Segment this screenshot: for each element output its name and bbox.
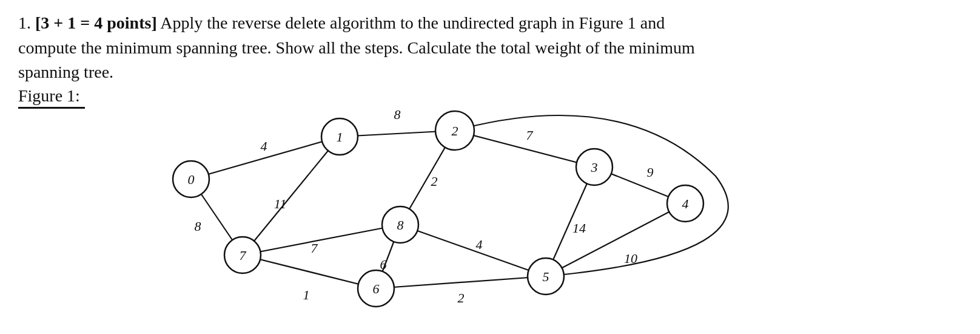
weight-0-7: 8 <box>195 219 201 234</box>
edge-2-3 <box>455 131 594 167</box>
node-0-label: 0 <box>188 172 195 187</box>
weight-6-7: 1 <box>303 287 310 302</box>
node-2-label: 2 <box>452 123 458 138</box>
edge-6-7 <box>243 255 376 288</box>
weight-1-7: 11 <box>274 196 286 211</box>
edge-5-6 <box>376 276 546 288</box>
weight-0-1: 4 <box>261 138 267 154</box>
edge-7-8 <box>243 225 400 255</box>
weight-3-5: 14 <box>572 220 586 236</box>
node-8-label: 8 <box>397 217 404 233</box>
weight-2-3: 7 <box>526 128 534 143</box>
weight-3-4: 9 <box>647 165 654 180</box>
node-5-label: 5 <box>543 269 549 284</box>
weight-8-6: 6 <box>380 257 387 272</box>
weight-5-6: 2 <box>458 290 465 305</box>
node-3-label: 3 <box>591 160 598 175</box>
problem-description: Apply the reverse delete algorithm to th… <box>160 13 665 32</box>
problem-points: [3 + 1 = 4 points] <box>35 13 157 32</box>
problem-number: 1. <box>18 13 31 32</box>
node-6-label: 6 <box>373 281 380 296</box>
edge-4-5 <box>546 203 685 276</box>
problem-text: 1. [3 + 1 = 4 points] Apply the reverse … <box>18 11 962 85</box>
node-4-label: 4 <box>682 196 689 211</box>
problem-description-3: spanning tree. <box>18 63 113 81</box>
edge-8-5 <box>400 225 546 276</box>
underline-bar <box>18 107 85 109</box>
node-7-label: 7 <box>240 248 247 263</box>
weight-8-5: 4 <box>476 237 483 252</box>
problem-description-2: compute the minimum spanning tree. Show … <box>18 38 695 57</box>
weight-2-8: 2 <box>431 174 438 189</box>
node-1-label: 1 <box>337 129 343 145</box>
weight-7-8: 7 <box>311 240 318 256</box>
weight-1-2: 8 <box>394 107 401 122</box>
edge-1-7 <box>243 137 340 255</box>
graph-figure: .node-circle { fill: white; stroke: #111… <box>79 85 746 328</box>
page-content: 1. [3 + 1 = 4 points] Apply the reverse … <box>0 0 980 334</box>
